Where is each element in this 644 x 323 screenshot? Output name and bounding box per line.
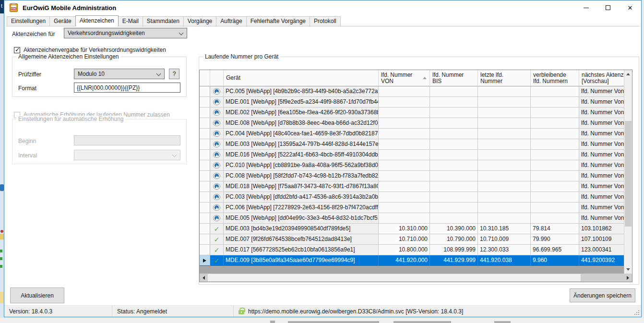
table-row[interactable]: PC.005 [WebApp] [4b9b2b9c-85f3-44f9-b40b…: [200, 86, 624, 97]
row-status-cell[interactable]: [210, 118, 224, 129]
row-header-cell[interactable]: [200, 234, 210, 245]
cell-verbleibende[interactable]: [531, 118, 579, 129]
cell-letzte-lfd-nummer[interactable]: [478, 129, 531, 139]
cell-letzte-lfd-nummer[interactable]: [478, 108, 531, 118]
tab-stammdaten[interactable]: Stammdaten: [143, 16, 184, 26]
save-changes-button[interactable]: Änderungen speichern: [570, 288, 635, 302]
cell-geraet[interactable]: MDE.007 [9f26fd6764538bcefb764512dad8413…: [224, 234, 379, 245]
cell-letzte-lfd-nummer[interactable]: 441.920.038: [478, 255, 531, 266]
vergabe-checkbox[interactable]: ✓: [14, 47, 20, 53]
cell-verbleibende[interactable]: [531, 171, 579, 181]
row-status-cell[interactable]: ✓: [210, 245, 224, 255]
close-button[interactable]: ✕: [619, 0, 641, 15]
table-row[interactable]: ✓ MDE.007 [9f26fd6764538bcefb764512dad84…: [200, 234, 624, 245]
cell-naechstes-aktenzeichen[interactable]: lfd. Nummer Von /: [579, 129, 624, 139]
cell-geraet[interactable]: PC.005 [WebApp] [4b9b2b9c-85f3-44f9-b40b…: [224, 86, 379, 97]
minimize-button[interactable]: [575, 0, 597, 15]
cell-naechstes-aktenzeichen[interactable]: 107.100109: [579, 234, 624, 245]
table-row[interactable]: MDE.016 [WebApp] [5222af41-6b63-4bcb-85f…: [200, 150, 624, 160]
cell-geraet[interactable]: MDE.005 [WebApp] [dd04e99c-33e3-4b54-8d3…: [224, 213, 379, 224]
cell-naechstes-aktenzeichen[interactable]: lfd. Nummer Von /: [579, 150, 624, 160]
cell-letzte-lfd-nummer[interactable]: [478, 118, 531, 129]
cell-letzte-lfd-nummer[interactable]: [478, 213, 531, 224]
row-status-cell[interactable]: [210, 97, 224, 108]
tab-vorg-nge[interactable]: Vorgänge: [183, 16, 216, 26]
cell-geraet[interactable]: PC.010 [WebApp] [cb8891be-9a8a-408a-96f5…: [224, 160, 379, 171]
cell-verbleibende[interactable]: 79.814: [531, 224, 579, 234]
scroll-left-button[interactable]: [200, 274, 208, 282]
table-row[interactable]: MDE.008 [WebApp] [d78b8b38-8eec-4bea-b66…: [200, 118, 624, 129]
table-row[interactable]: MDE.018 [WebApp] [f75aa87f-3473-487c-93f…: [200, 181, 624, 192]
row-header-cell[interactable]: [200, 181, 210, 192]
cell-lfd-nummer-von[interactable]: [379, 192, 430, 203]
cell-lfd-nummer-bis[interactable]: [430, 192, 478, 203]
cell-lfd-nummer-von[interactable]: 441.920.000: [379, 255, 430, 266]
cell-lfd-nummer-von[interactable]: [379, 118, 430, 129]
cell-naechstes-aktenzeichen[interactable]: lfd. Nummer Von /: [579, 203, 624, 213]
cell-verbleibende[interactable]: [531, 150, 579, 160]
row-header-cell[interactable]: [200, 160, 210, 171]
row-status-cell[interactable]: [210, 203, 224, 213]
cell-geraet[interactable]: PC.008 [WebApp] [58f2fdd7-b743-4c98-b12b…: [224, 171, 379, 181]
row-status-cell[interactable]: [210, 139, 224, 150]
cell-naechstes-aktenzeichen[interactable]: 123.000341: [579, 245, 624, 255]
cell-lfd-nummer-von[interactable]: [379, 97, 430, 108]
header-naechstes-aktenzeichen[interactable]: nächstes Aktenzeic [Vorschau]: [579, 70, 624, 86]
vertical-scrollbar[interactable]: [624, 70, 632, 274]
cell-lfd-nummer-bis[interactable]: 10.790.000: [430, 234, 478, 245]
cell-naechstes-aktenzeichen[interactable]: lfd. Nummer Von /: [579, 213, 624, 224]
cell-lfd-nummer-bis[interactable]: [430, 181, 478, 192]
scroll-up-button[interactable]: [624, 70, 632, 78]
row-header-cell[interactable]: [200, 245, 210, 255]
table-row[interactable]: PC.004 [WebApp] [48c40cea-fae1-4659-8e3f…: [200, 129, 624, 139]
tab-fehlerhafte-vorg-nge[interactable]: Fehlerhafte Vorgänge: [246, 16, 310, 26]
cell-geraet[interactable]: PC.004 [WebApp] [48c40cea-fae1-4659-8e3f…: [224, 129, 379, 139]
cell-geraet[interactable]: PC.003 [WebApp] [dfdd2bfd-a417-4536-a8c6…: [224, 192, 379, 203]
cell-geraet[interactable]: PC.006 [WebApp] [72278929-2e63-4156-8f29…: [224, 203, 379, 213]
table-row[interactable]: ✓ MDE.003 [bd4b3e19d2039499908540df789fd…: [200, 224, 624, 234]
cell-lfd-nummer-von[interactable]: [379, 171, 430, 181]
row-header-cell[interactable]: [200, 97, 210, 108]
table-row[interactable]: PC.003 [WebApp] [dfdd2bfd-a417-4536-a8c6…: [200, 192, 624, 203]
cell-letzte-lfd-nummer[interactable]: [478, 139, 531, 150]
cell-letzte-lfd-nummer[interactable]: [478, 97, 531, 108]
tab-e-mail[interactable]: E-Mail: [118, 16, 143, 26]
table-row[interactable]: PC.006 [WebApp] [72278929-2e63-4156-8f29…: [200, 203, 624, 213]
cell-lfd-nummer-bis[interactable]: [430, 150, 478, 160]
horizontal-scrollbar[interactable]: [200, 274, 632, 282]
cell-lfd-nummer-bis[interactable]: [430, 118, 478, 129]
header-letzte-lfd-nummer[interactable]: letzte lfd. Nummer: [478, 70, 531, 86]
cell-geraet[interactable]: MDE.001 [WebApp] [5f9e2ed5-a234-49f9-886…: [224, 97, 379, 108]
cell-verbleibende[interactable]: [531, 86, 579, 97]
cell-letzte-lfd-nummer[interactable]: [478, 192, 531, 203]
row-header-cell[interactable]: [200, 213, 210, 224]
cell-naechstes-aktenzeichen[interactable]: lfd. Nummer Von /: [579, 97, 624, 108]
cell-lfd-nummer-bis[interactable]: [430, 160, 478, 171]
tab-aktenzeichen[interactable]: Aktenzeichen: [75, 15, 119, 26]
format-input[interactable]: {{LNR|000.00000}}{{PZ}}: [74, 83, 180, 93]
scroll-right-button[interactable]: [624, 274, 632, 282]
cell-letzte-lfd-nummer[interactable]: [478, 181, 531, 192]
cell-letzte-lfd-nummer[interactable]: [478, 86, 531, 97]
cell-geraet[interactable]: MDE.003 [bd4b3e19d2039499908540df789fde5…: [224, 224, 379, 234]
cell-verbleibende[interactable]: [531, 181, 579, 192]
cell-geraet[interactable]: MDE.016 [WebApp] [5222af41-6b63-4bcb-85f…: [224, 150, 379, 160]
cell-verbleibende[interactable]: [531, 108, 579, 118]
row-status-cell[interactable]: [210, 160, 224, 171]
scroll-down-button[interactable]: [624, 265, 632, 274]
row-status-cell[interactable]: ✓: [210, 224, 224, 234]
cell-naechstes-aktenzeichen[interactable]: lfd. Nummer Von /: [579, 171, 624, 181]
cell-lfd-nummer-bis[interactable]: [430, 213, 478, 224]
tab-ger-te[interactable]: Geräte: [49, 16, 76, 26]
row-header-cell[interactable]: [200, 150, 210, 160]
table-row[interactable]: MDE.002 [WebApp] [6ea105be-f3ea-4266-9f2…: [200, 108, 624, 118]
cell-geraet[interactable]: MDE.017 [5667728525eb62cb10bfa0613856a9e…: [224, 245, 379, 255]
cell-lfd-nummer-von[interactable]: [379, 86, 430, 97]
row-header-cell[interactable]: [200, 224, 210, 234]
row-status-cell[interactable]: [210, 129, 224, 139]
cell-letzte-lfd-nummer[interactable]: 10.310.185: [478, 224, 531, 234]
row-header-cell[interactable]: [200, 108, 210, 118]
cell-verbleibende[interactable]: [531, 160, 579, 171]
cell-verbleibende[interactable]: [531, 129, 579, 139]
cell-naechstes-aktenzeichen[interactable]: 103.101862: [579, 224, 624, 234]
